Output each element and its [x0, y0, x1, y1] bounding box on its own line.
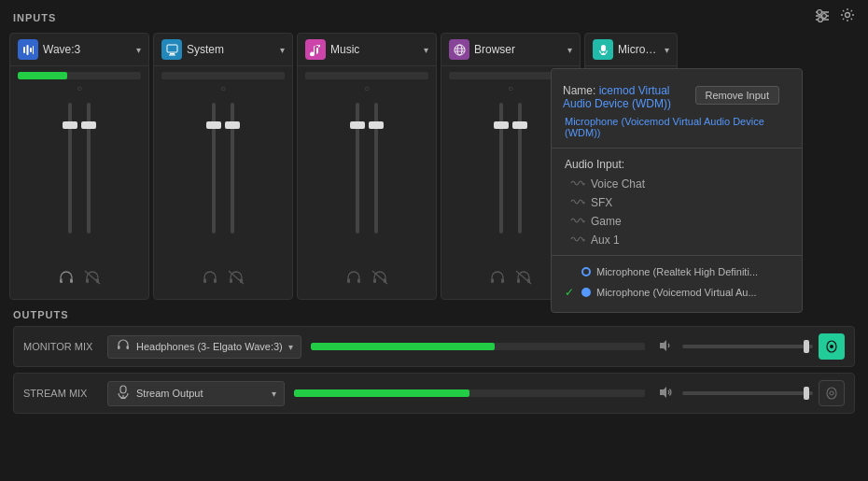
channel-dropdown-browser[interactable]: ▾: [567, 45, 572, 55]
meter-bar-music: [305, 72, 428, 79]
monitor-device-name: Headphones (3- Elgato Wave:3): [136, 341, 283, 352]
fader-thumb-right-music[interactable]: [369, 121, 384, 129]
channel-icon-system: [161, 39, 182, 60]
popup-subtitle: Microphone (Voicemod Virtual Audio Devic…: [552, 116, 802, 144]
stream-device-selector[interactable]: Stream Output ▾: [107, 381, 285, 406]
svg-rect-18: [170, 53, 175, 55]
remove-input-button[interactable]: Remove Input: [695, 86, 779, 105]
channel-dropdown-microphone[interactable]: ▾: [665, 45, 669, 55]
headphone-status-wave3: ○: [77, 83, 82, 93]
headphone-icon-system[interactable]: [202, 269, 218, 290]
svg-rect-8: [26, 45, 28, 55]
channel-footer-system: [194, 265, 252, 293]
mute-icon-browser[interactable]: [515, 269, 532, 290]
faders-browser: [499, 95, 522, 265]
monitor-meter-fill: [311, 343, 495, 350]
svg-rect-47: [118, 346, 120, 349]
fader-track-left-browser: [499, 103, 503, 233]
fader-track-left-system: [212, 103, 216, 233]
svg-rect-19: [169, 54, 175, 55]
channel-name-wave3: Wave:3: [43, 43, 132, 56]
outputs-section: OUTPUTS MONITOR MIX Headphones (3- Elgat…: [0, 302, 868, 423]
svg-rect-21: [214, 278, 217, 283]
stream-device-icon: [116, 385, 131, 403]
fader-thumb-left-music[interactable]: [350, 121, 365, 129]
stream-fader[interactable]: [682, 391, 813, 395]
mute-icon-wave3[interactable]: [84, 269, 101, 290]
audio-item-label-voicechat: Voice Chat: [591, 177, 645, 191]
svg-point-6: [846, 13, 850, 18]
settings-icon[interactable]: [840, 7, 855, 27]
fader-track-left-wave3: [68, 103, 72, 233]
fader-thumb-left-wave3[interactable]: [63, 121, 77, 129]
wave-icon-sfx: [570, 197, 585, 208]
output-row-stream: STREAM MIX Stream Output ▾: [13, 373, 855, 414]
stream-fader-thumb[interactable]: [804, 387, 809, 400]
fader-track-left-music: [356, 103, 359, 233]
mute-icon-music[interactable]: [371, 269, 388, 290]
svg-rect-35: [501, 278, 504, 283]
svg-rect-25: [347, 278, 350, 283]
fader-thumb-right-system[interactable]: [225, 121, 240, 129]
channel-dropdown-system[interactable]: ▾: [280, 45, 285, 55]
mute-icon-system[interactable]: [228, 269, 245, 290]
headphone-icon-music[interactable]: [345, 269, 362, 290]
channel-dropdown-music[interactable]: ▾: [424, 45, 428, 55]
svg-point-51: [830, 345, 833, 348]
channel-wave3: Wave:3 ▾ ○: [9, 33, 149, 300]
svg-point-3: [818, 10, 822, 15]
channel-icon-browser: [449, 39, 469, 60]
channel-header-system: System ▾: [154, 34, 292, 66]
monitor-fader[interactable]: [682, 345, 813, 348]
stream-meter: [294, 389, 645, 397]
fader-thumb-right-wave3[interactable]: [81, 121, 96, 129]
wave-icon-aux1: [570, 234, 585, 246]
stream-mix-label: STREAM MIX: [23, 388, 107, 399]
popup-audio-input-label: Audio Input:: [552, 152, 802, 175]
svg-rect-27: [373, 278, 376, 283]
channel-icon-microphone: [593, 39, 613, 60]
headphone-icon-browser[interactable]: [489, 269, 506, 290]
svg-rect-52: [120, 386, 126, 393]
channel-name-browser: Browser: [474, 43, 563, 56]
device-label-realtek: Microphone (Realtek High Definiti...: [596, 266, 758, 277]
svg-rect-7: [23, 47, 25, 53]
svg-rect-22: [230, 278, 232, 283]
faders-music: [356, 95, 378, 265]
stream-ear-button[interactable]: [819, 380, 845, 406]
popup-audio-item-aux1[interactable]: Aux 1: [552, 231, 802, 249]
popup-device-item-realtek[interactable]: ✓ Microphone (Realtek High Definiti...: [552, 262, 802, 282]
fader-thumb-left-browser[interactable]: [494, 121, 509, 129]
monitor-meter: [311, 343, 645, 350]
stream-device-name: Stream Output: [136, 388, 266, 399]
monitor-mix-label: MONITOR MIX: [23, 341, 107, 352]
fader-track-right-music: [374, 103, 378, 233]
monitor-ear-button[interactable]: [819, 333, 845, 360]
channel-header-wave3: Wave:3 ▾: [10, 34, 148, 66]
channels-row: Wave:3 ▾ ○ S: [0, 31, 868, 302]
headphone-status-system: ○: [220, 83, 226, 93]
fader-thumb-left-system[interactable]: [206, 121, 221, 129]
channel-header-music: Music ▾: [298, 34, 436, 66]
popup-audio-item-voicechat[interactable]: Voice Chat: [552, 175, 802, 193]
svg-rect-30: [455, 45, 465, 55]
monitor-volume-icon: [658, 339, 673, 355]
stream-dropdown-chevron: ▾: [272, 389, 276, 399]
fader-track-right-system: [231, 103, 234, 233]
faders-system: [212, 95, 234, 265]
stream-volume-icon: [658, 386, 673, 402]
monitor-device-selector[interactable]: Headphones (3- Elgato Wave:3) ▾: [107, 335, 301, 359]
fader-thumb-right-browser[interactable]: [512, 121, 527, 129]
channel-dropdown-wave3[interactable]: ▾: [136, 45, 141, 55]
popup-audio-item-game[interactable]: Game: [552, 212, 802, 231]
headphone-icon-wave3[interactable]: [58, 269, 75, 290]
svg-rect-14: [86, 278, 89, 283]
svg-rect-26: [357, 278, 360, 283]
mixer-icon[interactable]: [814, 7, 831, 27]
device-label-voicemod: Microphone (Voicemod Virtual Au...: [596, 287, 757, 298]
popup-device-item-voicemod[interactable]: ✓ Microphone (Voicemod Virtual Au...: [552, 282, 802, 303]
microphone-dropdown-popup: Remove Input Name: icemod Virtual Audio …: [551, 68, 803, 313]
svg-marker-49: [660, 340, 666, 351]
monitor-fader-thumb[interactable]: [804, 340, 809, 353]
popup-audio-item-sfx[interactable]: SFX: [552, 193, 802, 212]
